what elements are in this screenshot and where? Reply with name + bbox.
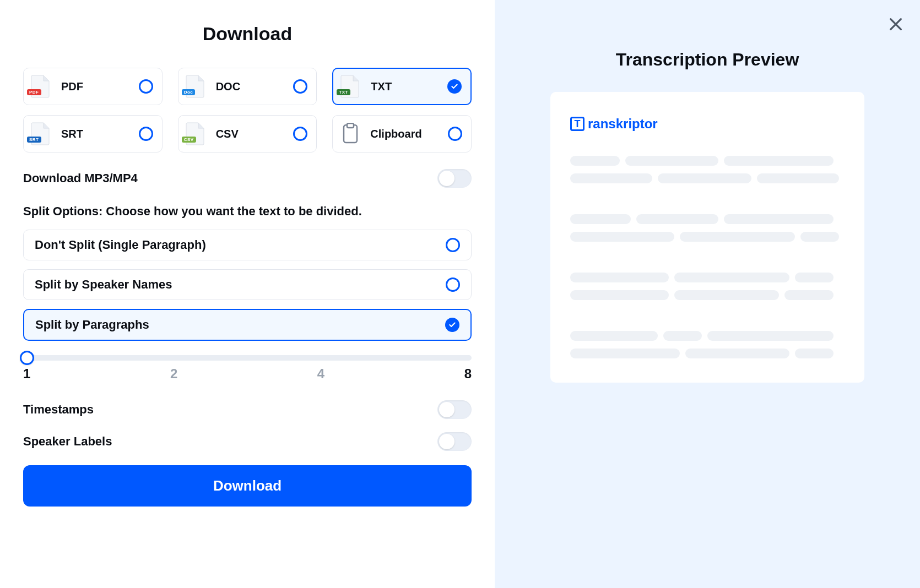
slider-tick: 8: [464, 366, 472, 382]
file-icon: SRT: [29, 122, 51, 146]
clipboard-icon: [340, 123, 360, 145]
radio-unchecked-icon: [139, 127, 153, 141]
slider-thumb[interactable]: [20, 351, 34, 365]
split-option-dont-split[interactable]: Don't Split (Single Paragraph): [23, 230, 472, 260]
file-badge: Doc: [182, 89, 196, 95]
format-label: TXT: [371, 80, 447, 93]
split-options-list: Don't Split (Single Paragraph) Split by …: [23, 230, 472, 341]
format-label: SRT: [61, 128, 139, 140]
radio-unchecked-icon: [293, 79, 307, 94]
timestamps-label: Timestamps: [23, 402, 94, 417]
speaker-labels-row: Speaker Labels: [23, 432, 472, 451]
radio-unchecked-icon: [448, 127, 462, 141]
split-options-heading: Split Options: Choose how you want the t…: [23, 204, 472, 219]
format-label: CSV: [216, 128, 294, 140]
speaker-labels-label: Speaker Labels: [23, 434, 112, 449]
panel-title: Download: [23, 23, 472, 45]
format-grid: PDF PDF Doc DOC TXT TXT: [23, 68, 472, 153]
file-icon: TXT: [339, 74, 361, 99]
close-button[interactable]: [887, 15, 905, 33]
slider-tick: 1: [23, 366, 30, 382]
slider-tick: 4: [317, 366, 324, 382]
file-badge: TXT: [337, 89, 350, 95]
slider-ticks: 1 2 4 8: [23, 366, 472, 382]
download-media-toggle[interactable]: [437, 169, 472, 188]
split-option-label: Don't Split (Single Paragraph): [35, 238, 206, 252]
download-media-label: Download MP3/MP4: [23, 171, 138, 186]
toggle-knob: [439, 171, 454, 186]
file-badge: SRT: [27, 137, 41, 143]
format-label: Clipboard: [370, 128, 448, 140]
svg-rect-1: [347, 123, 354, 128]
preview-placeholder-block: [570, 156, 845, 358]
format-option-srt[interactable]: SRT SRT: [23, 115, 163, 153]
format-option-txt[interactable]: TXT TXT: [332, 68, 472, 105]
toggle-knob: [439, 402, 454, 417]
format-label: PDF: [61, 80, 139, 93]
timestamps-toggle[interactable]: [437, 400, 472, 419]
file-icon: Doc: [184, 74, 206, 99]
preview-panel: Transcription Preview Transkriptor: [495, 0, 920, 588]
preview-title: Transcription Preview: [518, 50, 897, 70]
file-badge: PDF: [27, 89, 41, 95]
format-option-csv[interactable]: CSV CSV: [178, 115, 317, 153]
toggle-knob: [439, 434, 454, 449]
download-panel: Download PDF PDF Doc DOC TXT TX: [0, 0, 495, 588]
radio-unchecked-icon: [446, 277, 460, 292]
radio-unchecked-icon: [293, 127, 307, 141]
close-icon: [887, 15, 905, 33]
preview-card: Transkriptor: [550, 92, 864, 383]
file-icon: CSV: [184, 122, 206, 146]
file-icon: PDF: [29, 74, 51, 99]
slider-tick: 2: [170, 366, 177, 382]
split-option-label: Split by Paragraphs: [35, 318, 149, 332]
split-option-paragraphs[interactable]: Split by Paragraphs: [23, 309, 472, 341]
radio-checked-icon: [447, 79, 462, 94]
radio-unchecked-icon: [139, 79, 153, 94]
file-badge: CSV: [182, 137, 196, 143]
speaker-labels-toggle[interactable]: [437, 432, 472, 451]
split-option-speakers[interactable]: Split by Speaker Names: [23, 269, 472, 300]
brand-logo: Transkriptor: [570, 116, 845, 132]
radio-checked-icon: [445, 318, 459, 332]
slider-track: [23, 355, 472, 361]
paragraph-slider[interactable]: [23, 347, 472, 361]
format-option-doc[interactable]: Doc DOC: [178, 68, 317, 105]
format-option-clipboard[interactable]: Clipboard: [332, 115, 472, 153]
brand-mark-icon: T: [570, 117, 585, 131]
split-option-label: Split by Speaker Names: [35, 277, 172, 292]
brand-name: ranskriptor: [588, 116, 658, 132]
format-label: DOC: [216, 80, 294, 93]
download-button[interactable]: Download: [23, 465, 472, 507]
format-option-pdf[interactable]: PDF PDF: [23, 68, 163, 105]
download-media-row: Download MP3/MP4: [23, 169, 472, 188]
radio-unchecked-icon: [446, 238, 460, 252]
timestamps-row: Timestamps: [23, 400, 472, 419]
